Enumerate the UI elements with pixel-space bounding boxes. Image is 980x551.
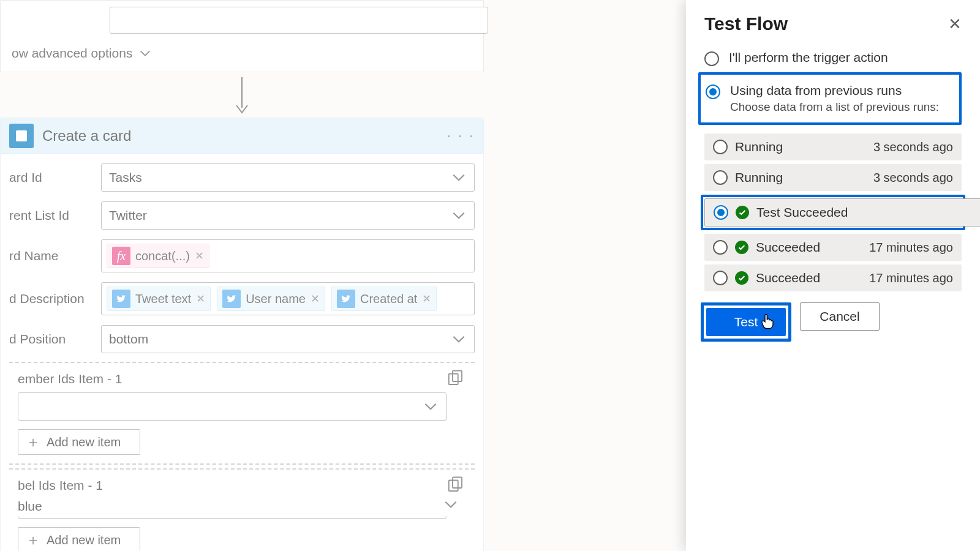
run-time: 3 seconds ago	[873, 171, 953, 185]
panel-actions: Test Cancel	[704, 302, 962, 342]
run-item[interactable]: Running 3 seconds ago	[704, 164, 962, 191]
cancel-button[interactable]: Cancel	[800, 302, 880, 331]
test-button-label: Test	[734, 315, 758, 329]
run-item[interactable]: Succeeded 17 minutes ago	[704, 264, 962, 291]
run-status: Test Succeeded	[756, 205, 980, 220]
run-status: Running	[735, 170, 866, 185]
cancel-button-label: Cancel	[820, 309, 859, 324]
radio-icon	[713, 170, 728, 185]
success-check-icon	[735, 241, 748, 254]
run-item[interactable]: Succeeded 17 minutes ago	[704, 234, 962, 261]
highlight-box-test-button: Test	[701, 302, 791, 342]
success-check-icon	[736, 206, 749, 219]
option-manual-label: I'll perform the trigger action	[729, 50, 888, 65]
radio-icon	[714, 205, 728, 220]
highlight-box-option: Using data from previous runs Choose dat…	[698, 72, 962, 125]
close-icon[interactable]: ✕	[948, 15, 962, 34]
option-manual-trigger[interactable]: I'll perform the trigger action	[704, 45, 962, 71]
highlight-box-run: Test Succeeded 16 minutes ago	[701, 195, 965, 230]
radio-icon	[713, 271, 728, 285]
run-status: Succeeded	[756, 271, 862, 285]
test-button[interactable]: Test	[706, 308, 786, 336]
previous-runs-list: Running 3 seconds ago Running 3 seconds …	[704, 133, 962, 291]
radio-icon	[704, 51, 719, 66]
run-item-selected[interactable]: Test Succeeded 16 minutes ago	[704, 198, 980, 227]
success-check-icon	[735, 271, 748, 285]
run-status: Running	[735, 140, 866, 154]
panel-title: Test Flow	[704, 13, 788, 34]
option-prev-label: Using data from previous runs	[730, 83, 939, 98]
option-prev-sublabel: Choose data from a list of previous runs…	[730, 100, 939, 114]
run-time: 17 minutes ago	[869, 241, 953, 255]
radio-icon	[713, 140, 728, 154]
radio-icon	[706, 84, 720, 99]
run-status: Succeeded	[756, 240, 862, 255]
run-item[interactable]: Running 3 seconds ago	[704, 133, 962, 160]
radio-icon	[713, 240, 728, 255]
run-time: 17 minutes ago	[869, 271, 953, 285]
test-flow-panel: Test Flow ✕ I'll perform the trigger act…	[686, 0, 980, 551]
option-previous-runs[interactable]: Using data from previous runs Choose dat…	[706, 78, 954, 119]
run-time: 3 seconds ago	[873, 140, 953, 154]
